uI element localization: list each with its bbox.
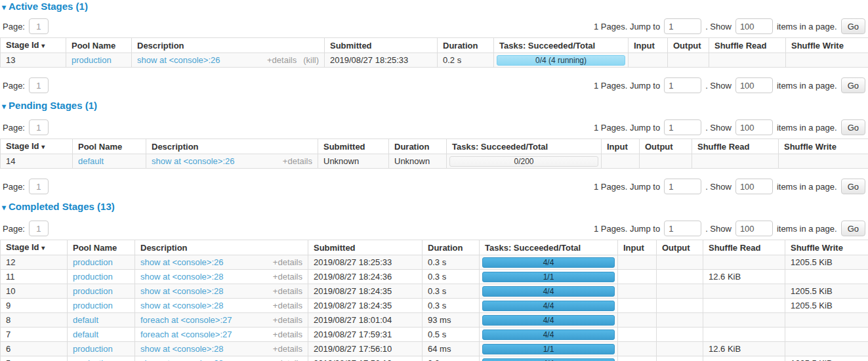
jump-to-page-input[interactable]	[664, 18, 701, 34]
col-pool-name[interactable]: Pool Name	[73, 139, 146, 154]
col-output[interactable]: Output	[657, 240, 703, 255]
col-pool-name[interactable]: Pool Name	[66, 38, 132, 53]
description-link[interactable]: show at <console>:28	[140, 358, 223, 361]
col-tasks[interactable]: Tasks: Succeeded/Total	[480, 240, 618, 255]
col-input[interactable]: Input	[629, 38, 668, 53]
pool-name-link[interactable]: default	[78, 156, 104, 166]
col-tasks[interactable]: Tasks: Succeeded/Total	[494, 38, 629, 53]
col-submitted[interactable]: Submitted	[308, 240, 423, 255]
details-toggle[interactable]: +details	[273, 301, 302, 310]
description-cell: +detailsshow at <console>:28	[135, 299, 308, 313]
kill-link[interactable]: (kill)	[303, 55, 319, 65]
col-duration[interactable]: Duration	[438, 38, 494, 53]
page-number-input[interactable]	[29, 179, 49, 194]
jump-to-page-input[interactable]	[664, 179, 701, 194]
details-toggle[interactable]: +details	[273, 272, 302, 282]
col-output[interactable]: Output	[640, 139, 692, 154]
description-link[interactable]: show at <console>:26	[140, 257, 223, 267]
pool-name-link[interactable]: default	[73, 315, 98, 325]
col-submitted[interactable]: Submitted	[325, 38, 438, 53]
description-link[interactable]: show at <console>:26	[137, 55, 220, 65]
col-description[interactable]: Description	[135, 240, 308, 255]
pool-name-link[interactable]: production	[72, 55, 112, 65]
description-link[interactable]: show at <console>:28	[140, 272, 223, 282]
go-button[interactable]: Go	[841, 221, 865, 236]
col-duration[interactable]: Duration	[389, 139, 447, 154]
pool-name-link[interactable]: production	[73, 257, 113, 267]
description-cell: +detailsshow at <console>:28	[135, 284, 308, 299]
col-shuffle-write[interactable]: Shuffle Write	[786, 38, 868, 53]
pages-count-text: 1 Pages. Jump to	[594, 224, 660, 234]
col-shuffle-read[interactable]: Shuffle Read	[692, 139, 779, 154]
details-toggle[interactable]: +details	[273, 286, 302, 296]
col-shuffle-write[interactable]: Shuffle Write	[785, 240, 868, 255]
col-tasks[interactable]: Tasks: Succeeded/Total	[447, 139, 602, 154]
pending-stages-heading[interactable]: ▾Pending Stages (1)	[2, 100, 868, 111]
shuffle-read-cell	[703, 255, 785, 270]
details-toggle[interactable]: +details	[267, 55, 297, 65]
pool-name-link[interactable]: production	[73, 286, 113, 296]
col-shuffle-read[interactable]: Shuffle Read	[703, 240, 785, 255]
page-number-input[interactable]	[29, 119, 49, 135]
col-shuffle-write[interactable]: Shuffle Write	[779, 139, 868, 154]
description-cell: +detailsshow at <console>:26	[135, 255, 308, 270]
go-button[interactable]: Go	[841, 119, 865, 135]
page-number-input[interactable]	[29, 77, 49, 93]
col-duration[interactable]: Duration	[423, 240, 480, 255]
stage-row: 10 production +detailsshow at <console>:…	[1, 284, 868, 299]
col-output[interactable]: Output	[668, 38, 709, 53]
description-link[interactable]: foreach at <console>:27	[140, 315, 232, 325]
col-input[interactable]: Input	[602, 139, 640, 154]
details-toggle[interactable]: +details	[273, 358, 302, 361]
pool-name-cell: default	[68, 313, 135, 328]
col-input[interactable]: Input	[618, 240, 657, 255]
details-toggle[interactable]: +details	[273, 257, 302, 267]
details-toggle[interactable]: +details	[273, 344, 302, 354]
jump-to-page-input[interactable]	[664, 119, 701, 135]
go-button[interactable]: Go	[841, 77, 865, 93]
active-stages-heading[interactable]: ▾Active Stages (1)	[2, 1, 868, 12]
show-items-input[interactable]	[735, 77, 773, 93]
shuffle-write-cell	[785, 342, 868, 356]
col-stage-id[interactable]: Stage Id ▾	[1, 240, 68, 255]
pool-name-cell: production	[68, 342, 135, 356]
show-items-input[interactable]	[735, 221, 773, 236]
go-button[interactable]: Go	[841, 18, 865, 34]
show-items-input[interactable]	[735, 18, 773, 34]
description-link[interactable]: show at <console>:28	[140, 301, 223, 310]
pool-name-cell: default	[68, 328, 135, 342]
description-link[interactable]: show at <console>:26	[152, 156, 234, 166]
col-stage-id[interactable]: Stage Id ▾	[1, 38, 66, 53]
page-number-input[interactable]	[29, 221, 49, 236]
duration-cell: 0.3 s	[423, 270, 480, 284]
details-toggle[interactable]: +details	[273, 329, 302, 339]
col-submitted[interactable]: Submitted	[318, 139, 389, 154]
pool-name-link[interactable]: default	[73, 329, 98, 339]
jump-to-page-input[interactable]	[664, 221, 701, 236]
jump-to-page-input[interactable]	[664, 77, 701, 93]
pagination-bar: Page: 1 Pages. Jump to . Show items in a…	[0, 77, 868, 94]
col-shuffle-read[interactable]: Shuffle Read	[709, 38, 786, 53]
shuffle-write-cell: 1205.5 KiB	[785, 284, 868, 299]
pool-name-link[interactable]: production	[73, 358, 113, 361]
go-button[interactable]: Go	[841, 179, 865, 194]
col-stage-id[interactable]: Stage Id ▾	[1, 139, 73, 154]
description-link[interactable]: foreach at <console>:27	[140, 329, 232, 339]
page-label: Page:	[3, 22, 25, 32]
details-toggle[interactable]: +details	[273, 315, 302, 325]
col-pool-name[interactable]: Pool Name	[68, 240, 135, 255]
col-description[interactable]: Description	[146, 139, 318, 154]
description-cell: +detailsforeach at <console>:27	[135, 328, 308, 342]
show-items-input[interactable]	[735, 119, 773, 135]
show-items-input[interactable]	[735, 179, 773, 194]
col-description[interactable]: Description	[132, 38, 325, 53]
description-link[interactable]: show at <console>:28	[140, 286, 223, 296]
details-toggle[interactable]: +details	[283, 156, 312, 166]
pool-name-link[interactable]: production	[73, 272, 113, 282]
page-number-input[interactable]	[29, 18, 49, 34]
completed-stages-heading[interactable]: ▾Completed Stages (13)	[2, 201, 868, 212]
task-progress-bar: 0/200	[449, 156, 598, 167]
pool-name-link[interactable]: production	[73, 344, 113, 354]
description-link[interactable]: show at <console>:28	[140, 344, 223, 354]
pool-name-link[interactable]: production	[73, 301, 113, 310]
